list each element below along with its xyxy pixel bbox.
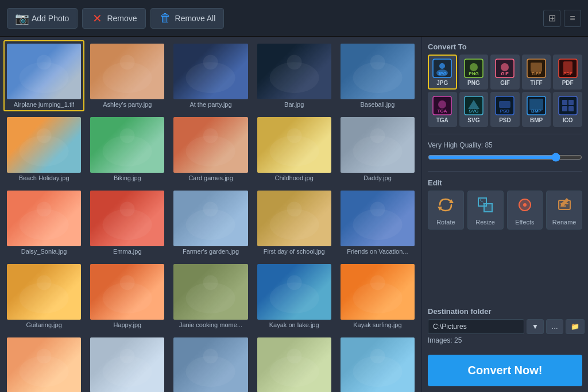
photo-thumbnail (341, 191, 415, 246)
svg-text:GIF: GIF (501, 71, 509, 76)
svg-text:TIFF: TIFF (532, 71, 541, 76)
edit-button-effects[interactable]: Effects (507, 191, 543, 230)
photo-thumbnail (7, 337, 81, 392)
photo-item[interactable]: First day of school.jpg (254, 187, 335, 258)
photo-thumbnail (257, 264, 331, 320)
svg-text:PDF: PDF (563, 71, 572, 76)
photo-thumbnail (173, 264, 247, 320)
svg-point-68 (203, 348, 218, 363)
photo-item[interactable]: Lisa Irene.jpg (87, 334, 168, 392)
photo-item[interactable]: At the party.jpg (170, 40, 251, 111)
svg-text:BMP: BMP (531, 108, 541, 114)
photo-item[interactable]: Guitaring.jpg (3, 261, 84, 332)
photo-label: At the party.jpg (189, 101, 231, 108)
format-button-pdf[interactable]: PDFPDF (553, 55, 582, 90)
photo-item[interactable]: Daisy_Sonia.jpg (3, 187, 84, 258)
format-label: ICO (563, 117, 573, 123)
format-button-svg[interactable]: SVGSVG (459, 92, 489, 127)
edit-button-resize[interactable]: Resize (467, 191, 504, 230)
svg-point-113 (523, 203, 527, 207)
photo-item[interactable]: Daddy.jpg (337, 114, 418, 185)
photo-thumbnail (7, 44, 81, 99)
format-icon-gif: GIF (494, 58, 515, 79)
photo-item[interactable]: Airplane jumping_1.tif (3, 40, 84, 111)
photo-thumbnail (173, 337, 247, 392)
format-icon-bmp: BMP (526, 95, 547, 116)
format-button-jpg[interactable]: JPGJPG (428, 55, 457, 90)
format-label: PDF (562, 80, 574, 86)
format-button-gif[interactable]: GIFGIF (490, 55, 520, 90)
format-label: BMP (530, 117, 543, 123)
format-label: TIFF (531, 80, 543, 86)
format-icon-pdf: PDF (558, 58, 578, 79)
photo-label: Baseball.jpg (360, 101, 394, 108)
destination-folder-button[interactable]: 📁 (566, 319, 585, 334)
photo-item[interactable]: My family.jpg (254, 334, 335, 392)
photo-item[interactable]: Beach Holiday.jpg (3, 114, 84, 185)
photo-item[interactable]: Bar.jpg (254, 40, 335, 111)
photo-item[interactable]: Friends on Vacation... (337, 187, 418, 258)
svg-point-59 (370, 275, 385, 290)
format-button-png[interactable]: PNGPNG (459, 55, 489, 90)
edit-button-rotate[interactable]: Rotate (428, 191, 464, 230)
edit-button-rename[interactable]: Rename (546, 191, 582, 230)
svg-line-111 (478, 198, 484, 204)
effects-icon (516, 196, 534, 216)
destination-input[interactable] (428, 319, 524, 334)
photo-thumbnail (341, 337, 415, 392)
photo-label: First day of school.jpg (264, 248, 325, 255)
photo-item[interactable]: Janie cooking mome... (170, 261, 251, 332)
remove-icon: ✕ (91, 12, 103, 25)
destination-dropdown-button[interactable]: ▼ (527, 319, 544, 334)
svg-rect-106 (568, 106, 574, 111)
photo-item[interactable]: Kayak on lake.jpg (254, 261, 335, 332)
add-photo-label: Add Photo (32, 14, 69, 23)
format-button-bmp[interactable]: BMPBMP (522, 92, 551, 127)
photo-item[interactable]: Near lake.jpg (337, 334, 418, 392)
photo-item[interactable]: Emma.jpg (87, 187, 168, 258)
svg-point-26 (287, 128, 301, 143)
photo-label: Friends on Vacation... (347, 248, 408, 255)
svg-text:PNG: PNG (469, 71, 478, 76)
svg-rect-97 (499, 101, 510, 108)
convert-now-button[interactable]: Convert Now! (428, 355, 582, 386)
format-button-psd[interactable]: PSDPSD (490, 92, 520, 127)
destination-browse-button[interactable]: … (546, 319, 563, 334)
photo-thumbnail (7, 117, 81, 173)
photo-item[interactable]: Childhood.jpg (254, 114, 335, 185)
photo-item[interactable]: Biking.jpg (87, 114, 168, 185)
photo-item[interactable]: Kayak surfing.jpg (337, 261, 418, 332)
grid-view-icon[interactable]: ⊞ (543, 10, 560, 27)
photo-label: Daisy_Sonia.jpg (21, 248, 67, 255)
destination-row: ▼ … 📁 (428, 319, 582, 334)
photo-item[interactable]: Kimi.jpg (3, 334, 84, 392)
svg-point-47 (37, 275, 52, 290)
photo-item[interactable]: Farmer's garden.jpg (170, 187, 251, 258)
photo-thumbnail (173, 44, 247, 99)
photo-thumbnail (341, 264, 415, 320)
photo-item[interactable]: Card games.jpg (170, 114, 251, 185)
remove-all-button[interactable]: 🗑 Remove All (150, 8, 225, 29)
rename-icon (555, 196, 574, 216)
photo-item[interactable]: Baseball.jpg (337, 40, 418, 111)
photo-thumbnail (90, 191, 164, 246)
photo-item[interactable]: Ashley's party.jpg (87, 40, 168, 111)
photo-thumbnail (7, 191, 81, 246)
format-button-ico[interactable]: ICO (553, 92, 582, 127)
remove-button[interactable]: ✕ Remove (82, 8, 145, 29)
photo-item[interactable]: Happy.jpg (87, 261, 168, 332)
format-button-tga[interactable]: TGATGA (428, 92, 457, 127)
format-button-tiff[interactable]: TIFFTIFF (522, 55, 551, 90)
photo-item[interactable]: My darling.jpg (170, 334, 251, 392)
list-view-icon[interactable]: ≡ (564, 10, 581, 27)
svg-text:SVG: SVG (469, 108, 478, 114)
svg-point-2 (37, 55, 52, 69)
photo-thumbnail (173, 117, 247, 173)
format-icon-psd: PSD (494, 95, 515, 116)
add-photo-button[interactable]: 📷 Add Photo (7, 8, 78, 29)
photo-thumbnail (257, 44, 331, 99)
svg-point-83 (501, 63, 509, 71)
svg-text:TGA: TGA (438, 108, 447, 114)
photo-label: Guitaring.jpg (26, 321, 61, 328)
quality-slider[interactable] (428, 153, 582, 162)
